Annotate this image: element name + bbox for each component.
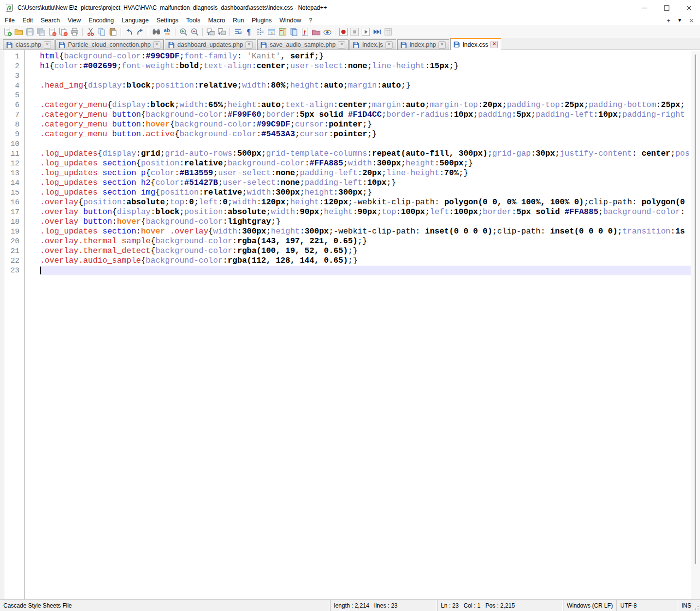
- function-list-button[interactable]: f: [300, 27, 310, 37]
- save-all-button[interactable]: [36, 27, 46, 37]
- code-line[interactable]: .overlay button{display:block;position:a…: [40, 207, 691, 217]
- tab-index-js[interactable]: index.js✕: [350, 39, 396, 50]
- menu-item-file[interactable]: File: [1, 16, 18, 25]
- line-number-margin[interactable]: 1234567891011121314151617181920212223: [4, 50, 25, 599]
- code-line[interactable]: [40, 139, 691, 149]
- cut-button[interactable]: [86, 27, 96, 37]
- macro-play-button[interactable]: [361, 27, 371, 37]
- print-button[interactable]: [70, 27, 80, 37]
- close-all-button[interactable]: [58, 27, 69, 37]
- document-map-button[interactable]: [278, 27, 288, 37]
- status-eol-format[interactable]: Windows (CR LF): [563, 600, 616, 611]
- code-line[interactable]: html{background-color:#99C9DF;font-famil…: [40, 52, 691, 61]
- find-button[interactable]: [151, 27, 161, 37]
- macro-save-button[interactable]: [383, 27, 393, 37]
- new-tab-button[interactable]: +: [667, 18, 671, 24]
- tab-close-icon[interactable]: ✕: [385, 41, 393, 49]
- status-typing-mode[interactable]: INS: [678, 600, 693, 611]
- tab-list-dropdown-button[interactable]: ▼: [677, 18, 682, 23]
- tab-dashboard-updates-php[interactable]: dashboard_updates.php✕: [165, 39, 256, 50]
- function-completion-button[interactable]: [266, 27, 277, 37]
- close-tab-button[interactable]: ✕: [689, 18, 694, 24]
- bookmark-margin[interactable]: [0, 50, 4, 599]
- close-file-button[interactable]: [47, 27, 57, 37]
- code-line[interactable]: .overlay.thermal_sample{background-color…: [40, 236, 691, 246]
- word-wrap-button[interactable]: [233, 27, 243, 37]
- code-line[interactable]: .log_updates section{position:relative;b…: [40, 159, 691, 168]
- undo-button[interactable]: [124, 27, 134, 37]
- sync-vertical-button[interactable]: [206, 27, 216, 37]
- tab-class-php[interactable]: class.php✕: [3, 39, 54, 50]
- code-line[interactable]: .overlay button:hover{background-color:l…: [40, 217, 691, 227]
- code-line[interactable]: .category_menu button:hover{background-c…: [40, 120, 691, 129]
- show-all-characters-button[interactable]: ¶: [244, 27, 254, 37]
- code-line[interactable]: .log_updates{display:grid;grid-auto-rows…: [40, 149, 691, 159]
- scrollbar-thumb[interactable]: [695, 54, 696, 564]
- open-file-button[interactable]: [14, 27, 24, 37]
- macro-run-multiple-button[interactable]: [372, 27, 382, 37]
- code-line[interactable]: .overlay.thermal_detect{background-color…: [40, 246, 691, 256]
- save-button[interactable]: [25, 27, 35, 37]
- menu-item-view[interactable]: View: [64, 16, 85, 25]
- vertical-scrollbar[interactable]: [691, 50, 700, 599]
- code-line[interactable]: [40, 266, 691, 275]
- titlebar[interactable]: C:\Users\kutlu\New E\z_pictures\project_…: [0, 0, 700, 16]
- document-list-button[interactable]: [289, 27, 299, 37]
- code-line[interactable]: .log_updates section:hover .overlay{widt…: [40, 227, 691, 236]
- minimize-button[interactable]: [633, 0, 655, 16]
- menu-item-macro[interactable]: Macro: [204, 16, 229, 25]
- tab-particle-cloud-connection-php[interactable]: Particle_cloud_connection.php✕: [55, 39, 164, 50]
- maximize-button[interactable]: [655, 0, 678, 16]
- tab-close-icon[interactable]: ✕: [338, 41, 345, 49]
- indent-guide-button[interactable]: [255, 27, 265, 37]
- menu-item-encoding[interactable]: Encoding: [85, 16, 118, 25]
- code-line[interactable]: h1{color:#002699;font-weight:bold;text-a…: [40, 61, 691, 71]
- code-line[interactable]: .category_menu{display:block;width:65%;h…: [40, 100, 691, 110]
- tab-index-css[interactable]: index.css✕: [450, 38, 501, 50]
- paste-button[interactable]: [108, 27, 118, 37]
- folder-as-workspace-button[interactable]: [311, 27, 321, 37]
- editor[interactable]: 1234567891011121314151617181920212223 ht…: [0, 50, 700, 599]
- menu-item-search[interactable]: Search: [37, 16, 64, 25]
- code-line[interactable]: .log_updates section img{position:relati…: [40, 188, 691, 198]
- zoom-in-button[interactable]: [178, 27, 189, 37]
- code-line[interactable]: .category_menu button.active{background-…: [40, 129, 691, 139]
- tab-close-icon[interactable]: ✕: [490, 41, 498, 48]
- sync-horizontal-button[interactable]: [217, 27, 227, 37]
- code-line[interactable]: .category_menu button{background-color:#…: [40, 110, 691, 120]
- menu-item-run[interactable]: Run: [229, 16, 248, 25]
- redo-button[interactable]: [135, 27, 145, 37]
- menu-item-edit[interactable]: Edit: [18, 16, 37, 25]
- file-monitoring-button[interactable]: [322, 27, 332, 37]
- code-area[interactable]: html{background-color:#99C9DF;font-famil…: [25, 50, 691, 599]
- menu-item-plugins[interactable]: Plugins: [248, 16, 276, 25]
- menu-item-window[interactable]: Window: [276, 16, 305, 25]
- code-line[interactable]: [40, 71, 691, 81]
- token-val: 1s: [675, 227, 685, 236]
- code-line[interactable]: .head_img{display:block;position:relativ…: [40, 81, 691, 90]
- menu-item-tools[interactable]: Tools: [182, 16, 204, 25]
- zoom-out-button[interactable]: [190, 27, 200, 37]
- tab-index-php[interactable]: index.php✕: [397, 39, 449, 50]
- menu-item-settings[interactable]: Settings: [153, 16, 182, 25]
- tab-close-icon[interactable]: ✕: [44, 41, 51, 49]
- tab-close-icon[interactable]: ✕: [153, 41, 160, 49]
- tab-close-icon[interactable]: ✕: [438, 41, 446, 49]
- code-line[interactable]: .log_updates section h2{color:#51427B;us…: [40, 178, 691, 188]
- new-file-button[interactable]: [2, 27, 13, 37]
- code-line[interactable]: [40, 90, 691, 100]
- macro-stop-button[interactable]: [350, 27, 360, 37]
- resize-grip[interactable]: [693, 600, 700, 611]
- menu-item-language[interactable]: Language: [118, 16, 153, 25]
- tab-close-icon[interactable]: ✕: [245, 41, 253, 49]
- code-line[interactable]: .log_updates section p{color:#B13559;use…: [40, 168, 691, 178]
- macro-record-button[interactable]: [338, 27, 349, 37]
- menu-item-help[interactable]: ?: [305, 16, 316, 25]
- close-window-button[interactable]: [678, 0, 700, 16]
- replace-button[interactable]: ab: [162, 27, 173, 37]
- copy-button[interactable]: [97, 27, 107, 37]
- status-encoding[interactable]: UTF-8: [616, 600, 678, 611]
- code-line[interactable]: .overlay{position:absolute;top:0;left:0;…: [40, 198, 691, 207]
- code-line[interactable]: .overlay.audio_sample{background-color:r…: [40, 256, 691, 266]
- tab-save-audio-sample-php[interactable]: save_audio_sample.php✕: [257, 39, 349, 50]
